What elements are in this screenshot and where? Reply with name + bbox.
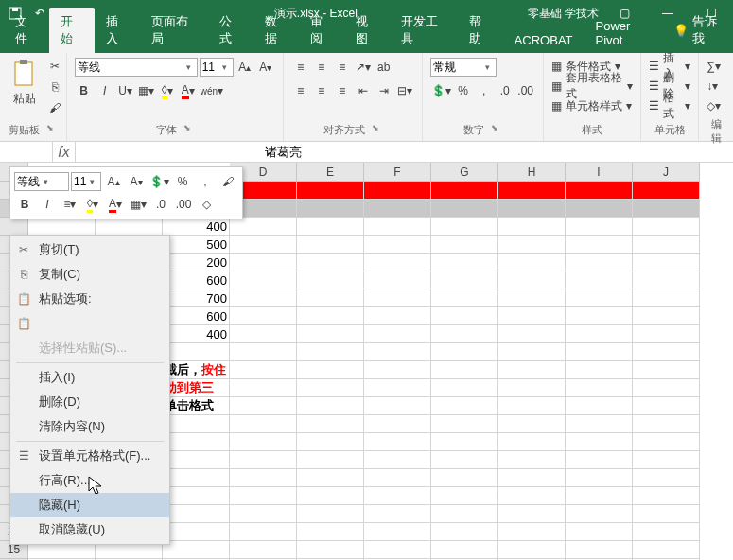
cell[interactable] — [566, 505, 633, 523]
cell[interactable] — [633, 236, 700, 254]
tab-review[interactable]: 审阅 — [299, 8, 344, 53]
cell[interactable] — [431, 469, 498, 487]
tab-data[interactable]: 数据 — [253, 8, 299, 53]
cell[interactable] — [566, 271, 633, 289]
tab-developer[interactable]: 开发工具 — [390, 8, 458, 53]
tab-acrobat[interactable]: ACROBAT — [503, 27, 585, 53]
cell[interactable] — [230, 325, 297, 343]
comma-button[interactable]: , — [475, 81, 494, 100]
align-middle-button[interactable]: ≡ — [312, 58, 331, 77]
cell[interactable]: 单击格式 — [163, 397, 230, 415]
cell[interactable] — [633, 343, 700, 361]
cell[interactable] — [364, 541, 431, 559]
cell[interactable] — [498, 397, 566, 415]
cell[interactable] — [230, 343, 297, 361]
font-size-combo[interactable]: 11▾ — [200, 58, 234, 77]
cell[interactable] — [633, 523, 700, 541]
cell[interactable] — [364, 271, 431, 289]
cell[interactable] — [230, 523, 297, 541]
cell[interactable] — [230, 469, 297, 487]
cell[interactable] — [633, 200, 700, 218]
cell[interactable] — [431, 541, 498, 559]
cell[interactable] — [498, 487, 566, 505]
cell[interactable] — [431, 505, 498, 523]
accounting-format-button[interactable]: 💲▾ — [430, 81, 452, 100]
cell[interactable] — [297, 505, 364, 523]
cell[interactable] — [230, 487, 297, 505]
cell[interactable] — [364, 236, 431, 254]
cell[interactable] — [431, 200, 498, 218]
cell[interactable] — [498, 451, 566, 469]
cell[interactable] — [431, 433, 498, 451]
mini-bold-button[interactable]: B — [14, 194, 35, 215]
wrap-text-button[interactable]: ab — [375, 58, 393, 77]
cell[interactable] — [498, 307, 566, 325]
tab-page-layout[interactable]: 页面布局 — [140, 8, 208, 53]
clear-button[interactable]: ◇▾ — [707, 96, 721, 115]
cell[interactable] — [498, 379, 566, 397]
cell[interactable] — [566, 433, 633, 451]
cell[interactable] — [297, 307, 364, 325]
tab-file[interactable]: 文件 — [4, 8, 49, 53]
mini-font-color-button[interactable]: A▾ — [105, 194, 126, 215]
cell[interactable] — [163, 469, 230, 487]
cell[interactable] — [230, 451, 297, 469]
format-cells-button[interactable]: ☰格式▾ — [649, 96, 690, 115]
cell[interactable] — [431, 361, 498, 379]
col-header[interactable]: E — [297, 163, 364, 182]
cell[interactable] — [364, 218, 431, 236]
cell[interactable] — [230, 379, 297, 397]
cell[interactable] — [28, 218, 96, 236]
increase-font-button[interactable]: A▴ — [236, 58, 254, 77]
cell[interactable] — [431, 343, 498, 361]
cell[interactable] — [230, 505, 297, 523]
cell[interactable] — [230, 415, 297, 433]
underline-button[interactable]: U▾ — [116, 81, 135, 100]
cell[interactable] — [297, 343, 364, 361]
cell[interactable] — [297, 433, 364, 451]
cell[interactable] — [297, 379, 364, 397]
cell[interactable] — [96, 218, 163, 236]
percent-button[interactable]: % — [454, 81, 473, 100]
cell[interactable] — [230, 236, 297, 254]
cell[interactable] — [364, 182, 431, 200]
cell[interactable]: 200 — [163, 254, 230, 271]
cell[interactable] — [230, 218, 297, 236]
ctx-delete[interactable]: 删除(D) — [10, 390, 169, 414]
decrease-decimal-button[interactable]: .00 — [516, 81, 535, 100]
cut-button[interactable]: ✂ — [45, 57, 64, 76]
cell[interactable] — [498, 433, 566, 451]
cell[interactable] — [566, 451, 633, 469]
cell[interactable] — [566, 200, 633, 218]
cell[interactable] — [297, 271, 364, 289]
cell-styles-button[interactable]: ▦单元格样式▾ — [551, 96, 634, 115]
alignment-launcher-icon[interactable]: ⬊ — [369, 123, 382, 136]
mini-accounting-button[interactable]: 💲▾ — [148, 171, 170, 192]
cell[interactable] — [498, 361, 566, 379]
copy-button[interactable]: ⎘ — [45, 78, 64, 96]
clipboard-launcher-icon[interactable]: ⬊ — [44, 123, 57, 136]
cell[interactable] — [566, 361, 633, 379]
cell[interactable] — [230, 361, 297, 379]
cell[interactable] — [498, 200, 566, 218]
cell[interactable] — [297, 487, 364, 505]
cell[interactable] — [364, 415, 431, 433]
cell[interactable] — [498, 271, 566, 289]
cell[interactable] — [297, 541, 364, 559]
cell[interactable] — [297, 415, 364, 433]
cell[interactable] — [633, 361, 700, 379]
col-header[interactable]: I — [566, 163, 633, 182]
increase-decimal-button[interactable]: .0 — [496, 81, 515, 100]
cell[interactable] — [566, 182, 633, 200]
cell[interactable]: 600 — [163, 271, 230, 289]
cell[interactable] — [566, 343, 633, 361]
cell[interactable] — [633, 433, 700, 451]
cell[interactable]: 500 — [163, 236, 230, 254]
cell[interactable] — [431, 254, 498, 271]
ctx-format-cells[interactable]: ☰设置单元格格式(F)... — [10, 444, 169, 468]
cell[interactable] — [431, 271, 498, 289]
mini-font-combo[interactable]: 等线▾ — [14, 172, 69, 191]
cell[interactable] — [297, 325, 364, 343]
col-header[interactable]: H — [498, 163, 566, 182]
cell[interactable] — [230, 397, 297, 415]
